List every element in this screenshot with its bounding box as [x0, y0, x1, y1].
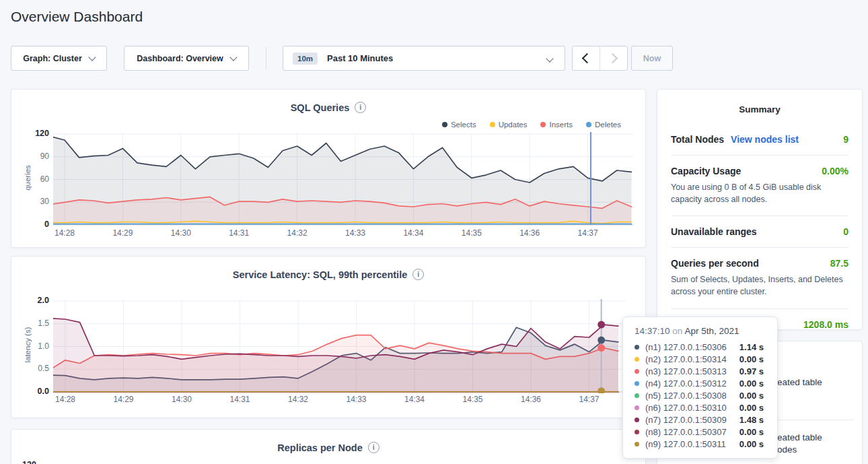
series-dot-icon [635, 405, 639, 410]
tooltip-row: (n8) 127.0.0.1:503070.00 s [635, 426, 769, 438]
summary-title: Summary [657, 90, 862, 114]
tooltip-time: 14:37:10 [635, 326, 670, 336]
replicas-title: Replicas per Node [277, 442, 363, 453]
y-axis-label: queries [24, 137, 32, 218]
tooltip-row: (n5) 127.0.0.1:503080.00 s [635, 389, 769, 401]
now-button[interactable]: Now [631, 46, 673, 71]
y-tick-label: 0.0 [22, 387, 49, 396]
sql-queries-svg [53, 132, 633, 226]
series-dot-icon [635, 430, 639, 434]
tooltip-timestamp: 14:37:10 on Apr 5th, 2021 [635, 326, 769, 336]
tooltip-node-label: (n4) 127.0.0.1:50312 [645, 378, 727, 389]
tooltip-node-label: (n6) 127.0.0.1:50310 [645, 403, 727, 413]
legend-label: Deletes [595, 121, 621, 129]
series-dot-icon [635, 345, 639, 350]
total-nodes-value: 9 [843, 134, 848, 145]
tooltip-node-label: (n2) 127.0.0.1:50314 [645, 354, 727, 364]
total-nodes-label: Total Nodes [671, 134, 724, 145]
x-tick-label: 14:37 [573, 395, 606, 404]
replicas-title-row: Replicas per Node i [11, 442, 645, 453]
event-text-fragment: eated table [777, 377, 822, 387]
replicas-partial-ytick: 120 [22, 460, 36, 464]
service-latency-svg [53, 299, 625, 393]
time-range-label: Past 10 Minutes [327, 53, 393, 63]
event-text-fragment: odes [777, 444, 797, 455]
graph-dropdown[interactable]: Graph: Cluster [11, 46, 107, 71]
tooltip-node-value: 0.00 s [739, 378, 769, 389]
tooltip-node-label: (n7) 127.0.0.1:50309 [645, 415, 727, 425]
time-range-dropdown[interactable]: 10m Past 10 Minutes [283, 46, 565, 71]
x-tick-label: 14:35 [457, 395, 489, 404]
sql-queries-card: SQL Queries i SelectsUpdatesInsertsDelet… [11, 89, 646, 248]
chevron-down-icon [546, 55, 553, 62]
x-tick-label: 14:30 [165, 228, 197, 238]
info-icon[interactable]: i [368, 442, 379, 453]
info-icon[interactable]: i [355, 102, 366, 113]
legend-label: Selects [451, 121, 476, 129]
tooltip-node-label: (n3) 127.0.0.1:50313 [645, 366, 727, 376]
service-latency-title: Service Latency: SQL, 99th percentile [233, 269, 408, 280]
legend-item: Updates [490, 121, 528, 129]
service-latency-card: Service Latency: SQL, 99th percentile i … [11, 256, 646, 418]
p99-latency-value: 1208.0 ms [803, 319, 848, 330]
capacity-usage-value: 0.00% [822, 166, 848, 176]
legend-dot-icon [490, 122, 495, 127]
sql-queries-title-row: SQL Queries i [11, 102, 645, 113]
dashboard-dropdown[interactable]: Dashboard: Overview [124, 46, 249, 71]
legend-label: Inserts [549, 121, 573, 129]
crosshair-dot [598, 321, 605, 329]
view-nodes-link[interactable]: View nodes list [731, 134, 799, 145]
capacity-usage-label: Capacity Usage [671, 166, 741, 176]
summary-panel: Summary Total Nodes View nodes list 9 Ca… [657, 89, 863, 330]
legend-item: Inserts [540, 121, 573, 129]
replicas-per-node-card: Replicas per Node i [11, 429, 646, 464]
chevron-down-icon [88, 53, 96, 61]
x-tick-label: 14:30 [166, 395, 198, 404]
time-range-badge: 10m [293, 53, 318, 65]
tooltip-row: (n2) 127.0.0.1:503140.00 s [635, 353, 769, 365]
legend-item: Deletes [586, 121, 621, 129]
tooltip-node-value: 0.00 s [739, 354, 769, 364]
x-tick-label: 14:36 [513, 228, 546, 238]
x-tick-label: 14:33 [340, 395, 373, 404]
tooltip-node-value: 0.00 s [739, 427, 769, 437]
x-tick-label: 14:37 [572, 228, 604, 238]
x-tick-label: 14:29 [106, 228, 139, 238]
tooltip-row: (n4) 127.0.0.1:503120.00 s [635, 377, 769, 389]
series-dot-icon [635, 442, 639, 446]
legend-dot-icon [540, 122, 546, 127]
x-tick-label: 14:36 [515, 395, 547, 404]
time-next-button[interactable] [600, 46, 627, 70]
legend-label: Updates [499, 121, 528, 129]
chevron-down-icon [229, 53, 237, 61]
dashboard-dropdown-label: Dashboard: Overview [137, 54, 223, 63]
service-latency-plot[interactable] [53, 299, 625, 393]
time-prev-button[interactable] [573, 46, 600, 70]
tooltip-on: on [672, 326, 682, 336]
tooltip-node-value: 0.00 s [739, 439, 769, 449]
y-tick-label: 2.0 [22, 296, 49, 305]
capacity-usage-desc: You are using 0 B of 4.5 GiB usable disk… [671, 181, 848, 205]
tooltip-row: (n6) 127.0.0.1:503100.00 s [635, 401, 769, 413]
sql-queries-plot[interactable] [53, 132, 633, 226]
tooltip-row: (n1) 127.0.0.1:503061.14 s [635, 341, 769, 353]
series-dot-icon [635, 369, 639, 374]
info-icon[interactable]: i [412, 269, 424, 280]
crosshair-dot [598, 337, 605, 344]
tooltip-node-value: 1.14 s [739, 342, 769, 352]
tooltip-node-value: 0.00 s [739, 403, 769, 413]
series-dot-icon [635, 381, 639, 386]
legend-dot-icon [586, 122, 591, 127]
unavailable-ranges-value: 0 [843, 226, 848, 237]
y-tick-label: 0 [22, 220, 49, 229]
x-tick-label: 14:32 [282, 395, 314, 404]
sql-queries-legend: SelectsUpdatesInsertsDeletes [442, 121, 621, 129]
tooltip-date: Apr 5th, 2021 [684, 326, 739, 336]
tooltip-node-value: 0.97 s [739, 366, 769, 376]
legend-item: Selects [442, 121, 476, 129]
graph-dropdown-label: Graph: Cluster [23, 54, 82, 63]
tooltip-row: (n9) 127.0.0.1:503110.00 s [635, 438, 769, 450]
series-dot-icon [635, 418, 639, 422]
y-axis-label: latency (s) [24, 304, 32, 385]
tooltip-node-label: (n9) 127.0.0.1:50311 [645, 439, 726, 449]
